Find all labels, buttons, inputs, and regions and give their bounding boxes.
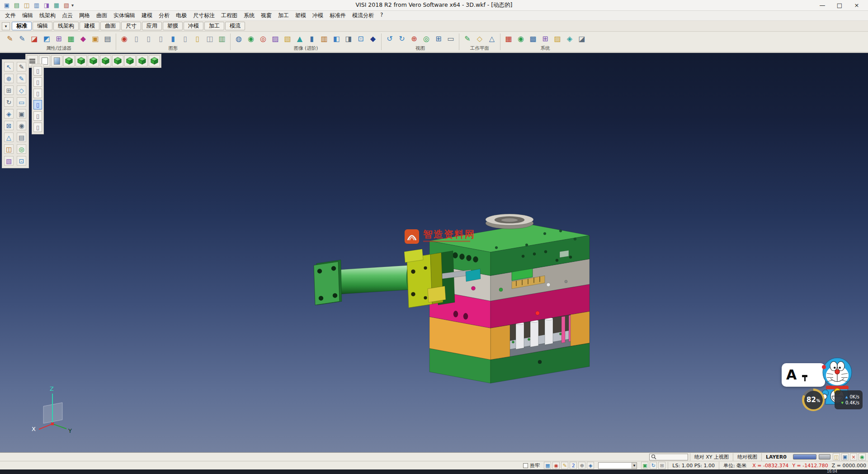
toolbar-icon[interactable]: ▯ xyxy=(156,33,166,44)
toolbar-icon[interactable]: ▯ xyxy=(143,33,154,44)
ribbon-tab[interactable]: 标准 xyxy=(12,22,32,30)
menu-item[interactable]: 实体编辑 xyxy=(110,11,138,20)
toolbar-icon[interactable]: ↻ xyxy=(396,33,407,44)
quick-access-icon[interactable]: ▦ xyxy=(52,1,61,9)
toolbar-icon[interactable]: ▮ xyxy=(168,33,179,44)
quick-access-icon[interactable]: ◫ xyxy=(23,1,31,9)
toolbar-icon[interactable]: ✎ xyxy=(5,33,15,44)
menu-item[interactable]: 编辑 xyxy=(19,11,36,20)
tool-icon[interactable]: ⊕ xyxy=(4,74,14,83)
toolbar-icon[interactable]: ⊞ xyxy=(53,33,64,44)
maximize-button[interactable]: □ xyxy=(831,0,848,10)
toolbar-icon[interactable]: ◇ xyxy=(474,33,485,44)
toolbar-icon[interactable]: ▥ xyxy=(217,33,227,44)
toolbar-icon[interactable]: ◉ xyxy=(245,33,256,44)
tool-icon[interactable]: ⊠ xyxy=(4,121,14,130)
toolbar-icon[interactable]: ◨ xyxy=(343,33,354,44)
tool-icon[interactable]: ◉ xyxy=(17,121,26,130)
toolbar-icon[interactable]: ✎ xyxy=(17,33,28,44)
absolute-view-button[interactable]: 绝对视图 xyxy=(733,453,761,461)
menu-item[interactable]: 模流分析 xyxy=(349,11,377,20)
toolbar-icon[interactable]: ◉ xyxy=(119,33,130,44)
tool-icon[interactable]: △ xyxy=(4,133,14,142)
ribbon-tab[interactable]: 塑膜 xyxy=(163,22,183,30)
status-tool-icon[interactable]: ▣ xyxy=(641,462,648,469)
toolbar-icon[interactable]: ▦ xyxy=(66,33,76,44)
toolbar-icon[interactable]: ▨ xyxy=(552,33,563,44)
status-tool-icon[interactable]: ◈ xyxy=(587,462,594,469)
viewport[interactable]: Z X Y xyxy=(0,53,868,452)
status-mini-icon[interactable]: ▣ xyxy=(841,453,849,460)
toolbar-icon[interactable]: ◪ xyxy=(576,33,587,44)
status-mini-icon[interactable]: × xyxy=(850,453,857,460)
document-icon[interactable]: ▯ xyxy=(33,77,42,87)
view-cube-button[interactable] xyxy=(88,55,99,66)
menu-item[interactable]: 塑模 xyxy=(292,11,309,20)
menu-item[interactable]: 视窗 xyxy=(258,11,275,20)
menu-item[interactable]: 冲模 xyxy=(309,11,326,20)
toolbar-icon[interactable]: ◆ xyxy=(78,33,89,44)
toolbar-icon[interactable]: ◆ xyxy=(368,33,378,44)
document-icon[interactable]: ▯ xyxy=(33,89,42,98)
view-cube-button[interactable] xyxy=(137,55,148,66)
tool-icon[interactable]: ▤ xyxy=(17,133,26,142)
menu-item[interactable]: 分析 xyxy=(156,11,173,20)
document-icon[interactable]: ▯ xyxy=(33,66,42,76)
toolbar-icon[interactable]: ◈ xyxy=(564,33,575,44)
ribbon-tab[interactable]: 建模 xyxy=(80,22,99,30)
ribbon-tab[interactable]: 曲面 xyxy=(100,22,120,30)
quick-access-icon[interactable]: ▣ xyxy=(3,1,11,9)
toolbar-icon[interactable]: ⊕ xyxy=(409,33,420,44)
close-button[interactable]: × xyxy=(848,0,865,10)
network-speed-widget[interactable]: ▲0K/s ▼0.4K/s xyxy=(835,390,863,409)
quick-access-caret-icon[interactable]: ▾ xyxy=(71,3,74,8)
ribbon-tab[interactable]: 线架构 xyxy=(53,22,79,30)
toolbar-icon[interactable]: ◫ xyxy=(204,33,215,44)
view-cube-button[interactable] xyxy=(149,55,160,66)
tool-icon[interactable]: ↖ xyxy=(4,62,14,71)
tool-icon[interactable]: ⊡ xyxy=(17,156,26,166)
tool-icon[interactable]: ◫ xyxy=(4,144,14,154)
toolbar-icon[interactable]: ◉ xyxy=(515,33,526,44)
view-cube-button[interactable] xyxy=(100,55,111,66)
menu-item[interactable]: 线架构 xyxy=(36,11,59,20)
viewport-canvas[interactable]: Z X Y xyxy=(0,53,868,452)
menu-item[interactable]: 网格 xyxy=(76,11,93,20)
menu-item[interactable]: 电极 xyxy=(173,11,190,20)
toolbar-icon[interactable]: ▧ xyxy=(282,33,293,44)
status-tool-icon[interactable]: ✎ xyxy=(561,462,568,469)
toolbar-icon[interactable]: ◎ xyxy=(258,33,269,44)
quick-access-icon[interactable]: ▥ xyxy=(33,1,41,9)
status-tool-icon[interactable]: ◉ xyxy=(552,462,560,469)
toolbar-icon[interactable]: ⊞ xyxy=(540,33,551,44)
tool-icon[interactable]: ✎ xyxy=(17,74,26,83)
shaded-sheet-button[interactable] xyxy=(51,55,62,66)
snap-combo[interactable]: ▾ xyxy=(598,462,637,469)
layer-button[interactable]: LAYER0 xyxy=(761,453,791,461)
view-cube-button[interactable] xyxy=(63,55,75,66)
tool-icon[interactable]: ◇ xyxy=(17,85,26,95)
toolbar-icon[interactable]: ▯ xyxy=(131,33,142,44)
active-color-swatch[interactable] xyxy=(793,454,816,460)
minimize-button[interactable]: — xyxy=(814,0,831,10)
view-cube-button[interactable] xyxy=(112,55,123,66)
menu-item[interactable]: 工程图 xyxy=(218,11,241,20)
menu-item[interactable]: 尺寸标注 xyxy=(190,11,218,20)
view-orientation-button[interactable]: 绝对 XY 上视图 xyxy=(690,453,733,461)
toolbar-icon[interactable]: ▮ xyxy=(307,33,317,44)
quick-search-box[interactable] xyxy=(649,454,688,460)
tool-icon[interactable]: ▭ xyxy=(17,97,26,107)
menu-item[interactable]: 建模 xyxy=(138,11,156,20)
toolbar-icon[interactable]: ◧ xyxy=(331,33,342,44)
progress-badge[interactable]: 82% xyxy=(802,389,825,411)
quick-access-icon[interactable]: ▤ xyxy=(13,1,21,9)
ribbon-tab[interactable]: 模流 xyxy=(225,22,245,30)
toolbar-icon[interactable]: ▯ xyxy=(180,33,191,44)
tool-icon[interactable]: ◎ xyxy=(17,144,26,154)
quick-access-icon[interactable]: ◨ xyxy=(42,1,51,9)
menu-item[interactable]: 曲面 xyxy=(93,11,110,20)
secondary-color-swatch[interactable] xyxy=(819,454,830,460)
ribbon-tab[interactable]: 尺寸 xyxy=(121,22,141,30)
status-tool-icon[interactable]: 2 xyxy=(570,462,577,469)
toolbar-icon[interactable]: ▣ xyxy=(90,33,101,44)
